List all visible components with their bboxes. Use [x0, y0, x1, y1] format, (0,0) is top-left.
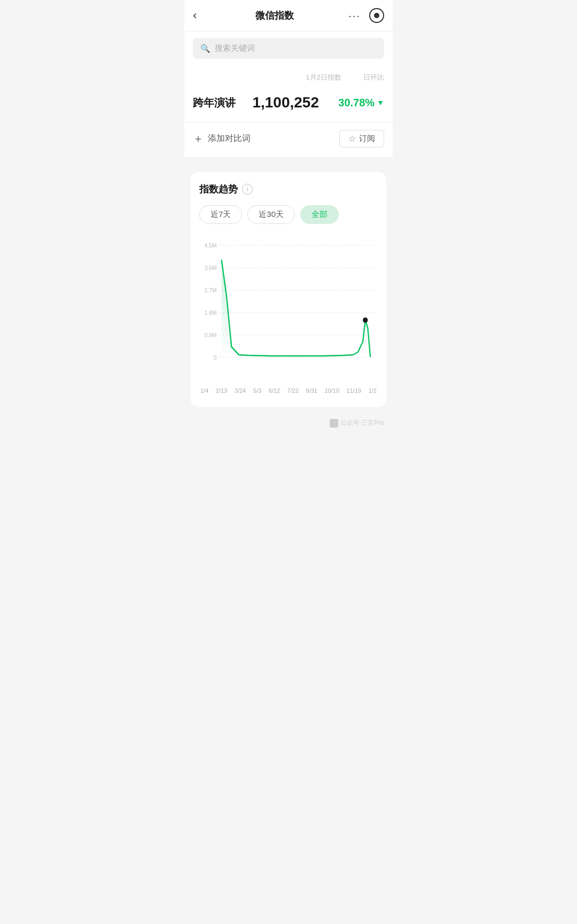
svg-text:2.7M: 2.7M [205, 287, 217, 293]
header-icons: ··· [348, 8, 384, 23]
add-compare-label: 添加对比词 [208, 133, 251, 144]
svg-text:0.9M: 0.9M [205, 332, 217, 338]
watermark-text: 公众号·三言Pro [340, 418, 384, 428]
x-labels: 1/4 2/13 3/24 5/3 6/12 7/22 8/31 10/10 1… [199, 387, 378, 394]
search-section: 🔍 搜索关键词 [184, 32, 393, 67]
chart-svg: 4.5M 3.6M 2.7M 1.8M 0.9M 0 [199, 235, 378, 384]
chart-title: 指数趋势 [199, 183, 238, 196]
keyword-value: 1,100,252 [252, 94, 319, 111]
tab-all[interactable]: 全部 [300, 205, 339, 224]
x-label-2: 3/24 [235, 387, 246, 394]
chart-dot [363, 317, 368, 323]
page-title: 微信指数 [255, 9, 294, 22]
search-placeholder: 搜索关键词 [215, 43, 255, 53]
action-bar: ＋ 添加对比词 ☆ 订阅 [184, 122, 393, 161]
subscribe-button[interactable]: ☆ 订阅 [339, 130, 384, 147]
subscribe-label: 订阅 [359, 134, 375, 144]
more-button[interactable]: ··· [348, 10, 361, 22]
table-header: 1月2日指数 日环比 [184, 67, 393, 86]
x-label-8: 11/19 [347, 387, 362, 394]
back-button[interactable]: ‹ [193, 6, 201, 25]
svg-text:4.5M: 4.5M [205, 242, 217, 249]
x-label-5: 7/22 [287, 387, 299, 394]
change-col-header: 日环比 [341, 73, 384, 82]
keyword-row: 跨年演讲 1,100,252 30.78% ▼ [184, 86, 393, 122]
watermark: 公众号·三言Pro [184, 412, 393, 436]
x-label-1: 2/13 [216, 387, 227, 394]
x-label-0: 1/4 [200, 387, 208, 394]
x-label-6: 8/31 [306, 387, 317, 394]
svg-text:0: 0 [214, 354, 217, 361]
add-compare-button[interactable]: ＋ 添加对比词 [193, 131, 251, 146]
x-label-9: 1/2 [369, 387, 377, 394]
chart-title-row: 指数趋势 i [199, 183, 378, 196]
chart-section: 指数趋势 i 近7天 近30天 全部 4.5M 3.6M 2. [184, 161, 393, 436]
change-arrow-icon: ▼ [377, 98, 384, 107]
star-icon: ☆ [348, 134, 356, 144]
search-bar[interactable]: 🔍 搜索关键词 [193, 38, 384, 59]
time-tabs: 近7天 近30天 全部 [199, 205, 378, 224]
record-button[interactable] [369, 8, 384, 23]
date-col-header: 1月2日指数 [293, 73, 341, 82]
svg-text:1.8M: 1.8M [205, 309, 217, 316]
page-header: ‹ 微信指数 ··· [184, 0, 393, 32]
info-icon[interactable]: i [242, 184, 253, 195]
change-percent: 30.78% [338, 97, 375, 109]
chart-card: 指数趋势 i 近7天 近30天 全部 4.5M 3.6M 2. [191, 172, 386, 407]
tab-30days[interactable]: 近30天 [247, 205, 295, 224]
tab-7days[interactable]: 近7天 [199, 205, 242, 224]
wechat-mini-icon [330, 419, 338, 428]
x-label-7: 10/10 [325, 387, 340, 394]
x-label-4: 6/12 [269, 387, 280, 394]
svg-text:3.6M: 3.6M [205, 265, 217, 271]
x-label-3: 5/3 [253, 387, 261, 394]
search-icon: 🔍 [200, 44, 210, 53]
keyword-label: 跨年演讲 [193, 96, 252, 110]
keyword-change: 30.78% ▼ [325, 97, 384, 109]
record-icon [374, 13, 379, 18]
chart-area: 4.5M 3.6M 2.7M 1.8M 0.9M 0 [199, 235, 378, 384]
plus-icon: ＋ [193, 131, 204, 146]
